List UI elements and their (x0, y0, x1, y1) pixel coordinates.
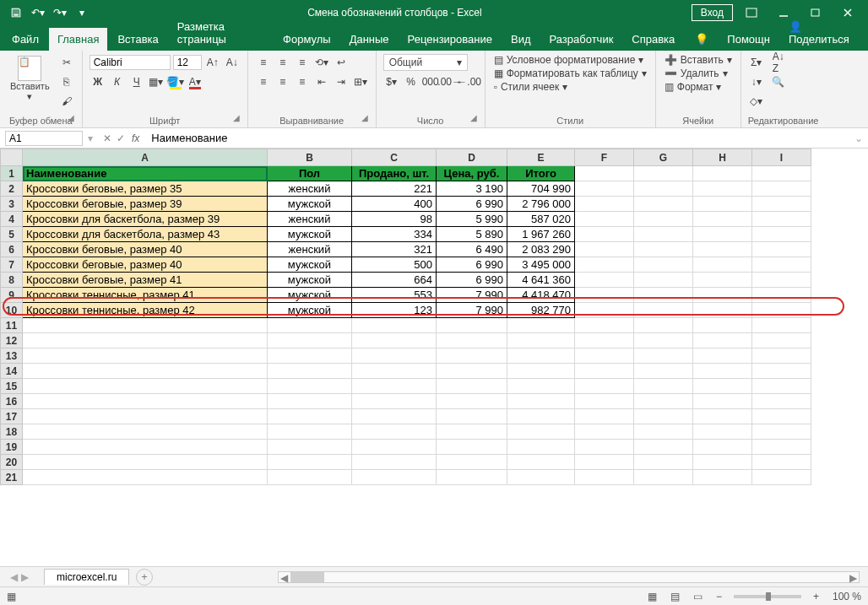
sheet-tab[interactable]: microexcel.ru (44, 569, 129, 585)
cell[interactable] (752, 303, 811, 318)
cell[interactable] (634, 242, 693, 257)
format-cells-button[interactable]: ▥Формат▾ (663, 81, 734, 93)
cell[interactable] (23, 348, 268, 364)
cell[interactable]: мужской (268, 288, 352, 303)
cell[interactable] (437, 409, 507, 424)
zoom-slider[interactable] (734, 595, 801, 598)
cell[interactable] (268, 455, 352, 470)
cancel-formula-icon[interactable]: ✕ (103, 132, 111, 144)
sort-filter-icon[interactable]: A↓Z (770, 54, 787, 71)
column-header[interactable]: E (507, 149, 575, 166)
cell[interactable] (752, 181, 811, 197)
cell[interactable] (634, 318, 693, 333)
cell[interactable] (634, 333, 693, 348)
cell[interactable] (752, 227, 811, 242)
cell[interactable] (268, 318, 352, 333)
cell[interactable] (575, 424, 634, 440)
cell[interactable] (575, 197, 634, 212)
view-normal-icon[interactable]: ▦ (641, 591, 664, 602)
cell[interactable] (752, 394, 811, 409)
formula-input[interactable] (146, 132, 849, 144)
cell[interactable] (752, 379, 811, 394)
cell[interactable] (507, 333, 575, 348)
horizontal-scrollbar[interactable]: ◀▶ (278, 571, 860, 583)
cell[interactable] (575, 166, 634, 181)
cell[interactable]: 587 020 (507, 212, 575, 227)
cell[interactable] (575, 318, 634, 333)
cell[interactable] (752, 364, 811, 379)
bold-button[interactable]: Ж (90, 73, 106, 90)
cell[interactable]: мужской (268, 257, 352, 273)
cell[interactable] (752, 333, 811, 348)
tab-home[interactable]: Главная (49, 28, 107, 51)
cell[interactable] (507, 348, 575, 364)
cell[interactable]: 4 418 470 (507, 288, 575, 303)
cell[interactable] (23, 440, 268, 455)
cell[interactable]: 6 490 (437, 242, 507, 257)
cell[interactable] (575, 257, 634, 273)
conditional-formatting-button[interactable]: ▤Условное форматирование▾ (492, 54, 648, 66)
cell[interactable] (634, 470, 693, 485)
cell[interactable]: 98 (352, 212, 437, 227)
name-box[interactable] (5, 131, 83, 146)
copy-icon[interactable]: ⎘ (58, 73, 75, 90)
cell[interactable] (693, 303, 752, 318)
help-link[interactable]: Помощн (719, 28, 778, 51)
fill-color-icon[interactable]: 🪣▾ (167, 73, 184, 90)
font-color-icon[interactable]: A▾ (187, 73, 203, 90)
cell[interactable] (352, 440, 437, 455)
cell[interactable] (693, 166, 752, 181)
cell[interactable]: 6 990 (437, 273, 507, 288)
cell[interactable] (634, 288, 693, 303)
cell[interactable] (575, 273, 634, 288)
percent-icon[interactable]: % (403, 73, 420, 90)
cell[interactable] (752, 318, 811, 333)
cell[interactable] (507, 394, 575, 409)
cell[interactable] (268, 379, 352, 394)
cell[interactable]: 321 (352, 242, 437, 257)
row-header[interactable]: 19 (1, 440, 23, 455)
cell[interactable] (23, 318, 268, 333)
cell[interactable] (575, 364, 634, 379)
cell[interactable] (575, 348, 634, 364)
tab-data[interactable]: Данные (341, 28, 398, 51)
decrease-decimal-icon[interactable]: ←.00 (461, 73, 478, 90)
cell[interactable] (268, 364, 352, 379)
cell[interactable] (752, 212, 811, 227)
cell[interactable]: женский (268, 212, 352, 227)
column-header[interactable]: G (634, 149, 693, 166)
cell[interactable] (693, 257, 752, 273)
table-header-cell[interactable]: Наименование (23, 166, 268, 181)
cell[interactable] (693, 197, 752, 212)
expand-formula-icon[interactable]: ⌄ (849, 132, 868, 144)
row-header[interactable]: 5 (1, 227, 23, 242)
cell[interactable] (634, 273, 693, 288)
tab-developer[interactable]: Разработчик (541, 28, 622, 51)
cell[interactable]: 7 990 (437, 288, 507, 303)
save-icon[interactable] (7, 3, 25, 22)
clear-icon[interactable]: ◇▾ (748, 93, 765, 110)
cell[interactable] (352, 424, 437, 440)
table-header-cell[interactable]: Продано, шт. (352, 166, 437, 181)
row-header[interactable]: 18 (1, 424, 23, 440)
cell[interactable] (693, 242, 752, 257)
italic-button[interactable]: К (109, 73, 126, 90)
row-header[interactable]: 14 (1, 364, 23, 379)
cell[interactable] (693, 470, 752, 485)
cell[interactable]: женский (268, 181, 352, 197)
cell[interactable]: мужской (268, 227, 352, 242)
cell[interactable] (693, 227, 752, 242)
cell[interactable] (693, 181, 752, 197)
cell[interactable] (693, 409, 752, 424)
cell[interactable] (268, 440, 352, 455)
tab-page-layout[interactable]: Разметка страницы (169, 15, 273, 51)
share-button[interactable]: 👤 Поделиться (780, 15, 865, 51)
increase-decimal-icon[interactable]: .00→ (442, 73, 458, 90)
cell[interactable] (507, 470, 575, 485)
cell[interactable] (634, 197, 693, 212)
cell[interactable] (437, 379, 507, 394)
row-header[interactable]: 1 (1, 166, 23, 181)
cell[interactable] (352, 318, 437, 333)
cell[interactable]: 982 770 (507, 303, 575, 318)
cell[interactable] (693, 318, 752, 333)
